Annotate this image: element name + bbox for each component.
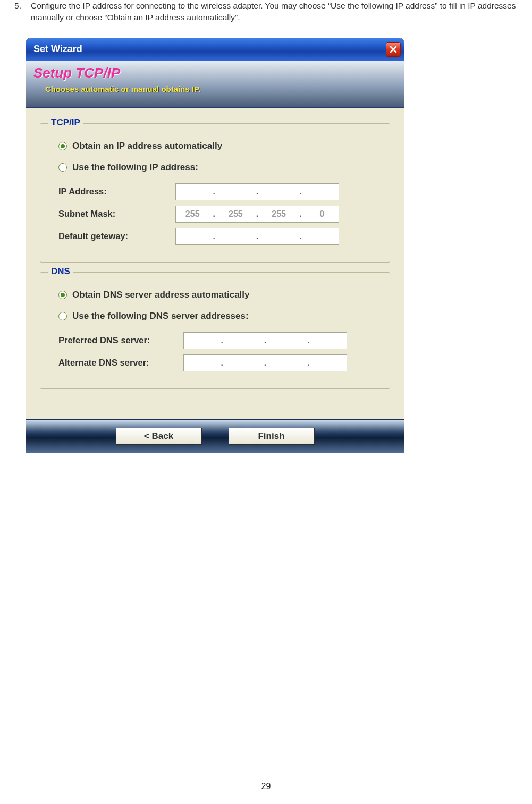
close-icon — [390, 46, 397, 53]
set-wizard-window: Set Wizard Setup TCP/IP Chooses automati… — [26, 38, 404, 453]
back-button-label: < Back — [144, 431, 173, 442]
ip-octet: 0 — [309, 209, 335, 219]
alternate-dns-row: Alternate DNS server: . . . — [58, 354, 378, 371]
radio-icon — [58, 163, 67, 172]
dns-radio-manual[interactable]: Use the following DNS server addresses: — [58, 311, 378, 321]
dns-radio-auto[interactable]: Obtain DNS server address automatically — [58, 290, 378, 300]
tcpip-group: TCP/IP Obtain an IP address automaticall… — [40, 123, 390, 263]
gateway-row: Default geteway: . . . — [58, 228, 378, 245]
gateway-input[interactable]: . . . — [175, 228, 339, 245]
wizard-header-title: Setup TCP/IP — [33, 65, 396, 81]
ip-address-label: IP Address: — [58, 187, 175, 197]
tcpip-legend: TCP/IP — [48, 117, 83, 128]
close-button[interactable] — [386, 42, 401, 57]
instruction-step: 5. Configure the IP address for connecti… — [11, 0, 521, 24]
gateway-label: Default geteway: — [58, 231, 175, 241]
window-titlebar: Set Wizard — [26, 38, 404, 61]
tcpip-radio-auto-label: Obtain an IP address automatically — [72, 141, 222, 151]
ip-octet: 255 — [223, 209, 248, 219]
tcpip-radio-manual-label: Use the following IP address: — [72, 162, 198, 173]
subnet-mask-label: Subnet Mask: — [58, 209, 175, 219]
back-button[interactable]: < Back — [116, 428, 202, 445]
tcpip-radio-manual[interactable]: Use the following IP address: — [58, 162, 378, 173]
dns-radio-manual-label: Use the following DNS server addresses: — [72, 311, 249, 321]
tcpip-radio-auto[interactable]: Obtain an IP address automatically — [58, 141, 378, 151]
ip-address-row: IP Address: . . . — [58, 183, 378, 200]
instruction-text: Configure the IP address for connecting … — [31, 0, 521, 24]
ip-octet: 255 — [266, 209, 292, 219]
window-title: Set Wizard — [33, 44, 82, 55]
dns-legend: DNS — [48, 266, 73, 277]
instruction-number: 5. — [11, 0, 21, 24]
wizard-header-subtitle: Chooses automatic or manual obtains IP. — [45, 84, 396, 94]
wizard-footer: < Back Finish — [26, 419, 404, 453]
subnet-mask-row: Subnet Mask: 255. 255. 255. 0 — [58, 206, 378, 223]
preferred-dns-input[interactable]: . . . — [183, 332, 347, 349]
radio-icon — [58, 142, 67, 150]
radio-icon — [58, 312, 67, 320]
preferred-dns-row: Preferred DNS server: . . . — [58, 332, 378, 349]
alternate-dns-label: Alternate DNS server: — [58, 358, 183, 368]
dns-radio-auto-label: Obtain DNS server address automatically — [72, 290, 250, 300]
wizard-body: TCP/IP Obtain an IP address automaticall… — [26, 108, 404, 419]
ip-octet: 255 — [180, 209, 205, 219]
page-number: 29 — [0, 782, 532, 791]
finish-button[interactable]: Finish — [229, 428, 315, 445]
wizard-header: Setup TCP/IP Chooses automatic or manual… — [26, 61, 404, 108]
dns-group: DNS Obtain DNS server address automatica… — [40, 272, 390, 389]
alternate-dns-input[interactable]: . . . — [183, 354, 347, 371]
subnet-mask-input[interactable]: 255. 255. 255. 0 — [175, 206, 339, 223]
radio-icon — [58, 291, 67, 299]
finish-button-label: Finish — [258, 431, 284, 442]
preferred-dns-label: Preferred DNS server: — [58, 335, 183, 345]
ip-address-input[interactable]: . . . — [175, 183, 339, 200]
